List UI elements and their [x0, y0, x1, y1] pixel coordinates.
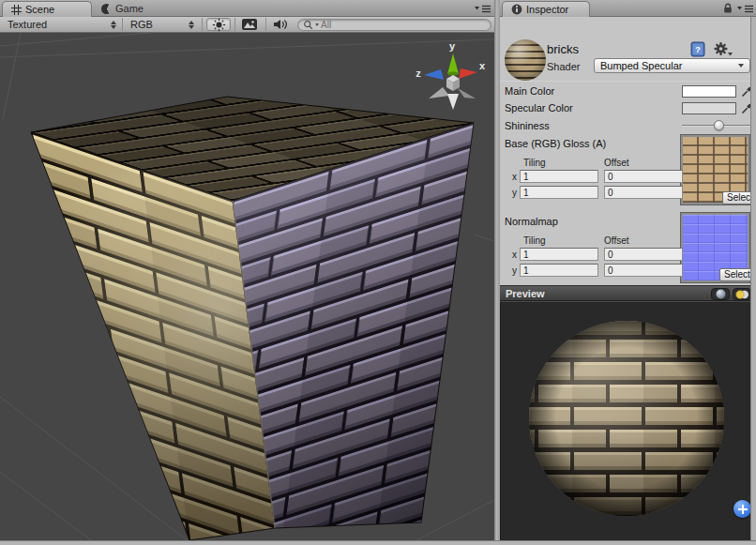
- add-button[interactable]: [733, 500, 751, 518]
- lighting-toggle-icon: [735, 290, 749, 299]
- speaker-icon: [273, 19, 289, 30]
- axis-cone-negy[interactable]: [447, 94, 459, 110]
- normal-offset-header: Offset: [604, 235, 629, 246]
- base-tiling-y-field[interactable]: [520, 186, 598, 199]
- inspector-pane: Inspector bricks Shader Bumped Specular …: [500, 0, 756, 545]
- main-color-label: Main Color: [505, 85, 554, 97]
- normal-tiling-y-field[interactable]: [520, 264, 598, 277]
- preview-title: Preview: [506, 288, 545, 299]
- help-button[interactable]: ?: [690, 41, 706, 57]
- normal-tiling-header: Tiling: [523, 235, 546, 246]
- gizmo-label-z: z: [416, 68, 421, 79]
- material-preview-ball: [505, 39, 546, 81]
- color-mode-dropdown[interactable]: RGB: [130, 17, 194, 32]
- scene-toolbar: Textured RGB: [0, 17, 494, 33]
- image-icon: [242, 19, 257, 30]
- game-icon: [101, 4, 112, 14]
- window-right-edge: [750, 17, 756, 540]
- inspector-panel-menu-icon[interactable]: [737, 5, 753, 13]
- gizmo-label-y: y: [449, 40, 456, 52]
- specular-color-label: Specular Color: [505, 102, 573, 114]
- scene-viewport[interactable]: y z x: [0, 33, 494, 540]
- search-input[interactable]: [321, 20, 471, 30]
- scene-tabbar: Scene Game: [0, 0, 494, 17]
- axis-cone-negz[interactable]: [458, 88, 476, 98]
- preview-lighting-button[interactable]: [733, 288, 751, 300]
- base-y-label: y: [512, 188, 517, 198]
- unity-editor-window: Scene Game Textured RGB: [0, 0, 756, 545]
- normalmap-label: Normalmap: [505, 216, 558, 227]
- shininess-knob[interactable]: [714, 120, 724, 130]
- tab-inspector[interactable]: Inspector: [502, 1, 590, 17]
- gizmo-cube[interactable]: [446, 75, 460, 91]
- specular-color-swatch[interactable]: [682, 102, 736, 114]
- material-name: bricks: [547, 42, 579, 56]
- tab-inspector-label: Inspector: [526, 4, 568, 15]
- normal-offset-y-field[interactable]: [604, 264, 683, 277]
- normal-tiling-x-field[interactable]: [520, 248, 598, 261]
- scene-pane: Scene Game Textured RGB: [0, 0, 494, 545]
- gear-button[interactable]: [714, 41, 733, 57]
- normal-y-label: y: [512, 265, 517, 276]
- tab-game-label: Game: [115, 3, 144, 14]
- normal-offset-x-field[interactable]: [604, 248, 683, 261]
- grid-icon: [11, 5, 22, 15]
- axis-cone-negx[interactable]: [429, 87, 449, 98]
- base-tiling-x-field[interactable]: [520, 170, 598, 183]
- search-icon: [303, 20, 313, 30]
- info-icon: [511, 4, 522, 15]
- color-mode-value: RGB: [130, 19, 153, 30]
- scene-search-field[interactable]: [297, 19, 491, 31]
- axis-cone-y[interactable]: [447, 53, 459, 74]
- window-bottom-edge: [0, 540, 756, 545]
- tab-scene[interactable]: Scene: [2, 1, 92, 17]
- axis-cone-x[interactable]: [459, 68, 477, 79]
- gizmo-label-x: x: [479, 60, 486, 71]
- sphere-icon: [716, 289, 726, 299]
- tab-game[interactable]: Game: [101, 1, 144, 16]
- brick-cube[interactable]: [31, 97, 474, 540]
- axis-gizmo[interactable]: y z x: [416, 40, 486, 110]
- base-x-label: x: [512, 172, 517, 182]
- shininess-slider[interactable]: [682, 119, 751, 132]
- render-mode-value: Textured: [8, 19, 47, 30]
- preview-body[interactable]: [500, 302, 750, 540]
- inspector-body: bricks Shader Bumped Specular ?: [500, 17, 750, 285]
- normal-x-label: x: [512, 250, 517, 260]
- svg-text:?: ?: [695, 45, 701, 54]
- base-offset-y-field[interactable]: [604, 186, 683, 199]
- updown-arrow-icon: [189, 21, 194, 29]
- base-offset-x-field[interactable]: [604, 170, 683, 183]
- preview-sphere: [501, 302, 751, 540]
- chevron-down-icon: [738, 64, 744, 68]
- render-mode-dropdown[interactable]: Textured: [8, 17, 116, 32]
- base-offset-header: Offset: [604, 158, 629, 168]
- updown-arrow-icon: [111, 21, 116, 29]
- scene-lighting-toggle[interactable]: [206, 18, 231, 31]
- axis-cone-z[interactable]: [424, 69, 444, 80]
- shininess-label: Shininess: [505, 120, 550, 131]
- search-filter-arrow-icon[interactable]: [315, 23, 319, 26]
- sun-icon: [212, 18, 226, 32]
- inspector-tabbar: Inspector: [500, 0, 756, 17]
- scene-panel-menu-icon[interactable]: [475, 5, 491, 13]
- gear-menu-arrow-icon: [728, 53, 733, 56]
- main-color-swatch[interactable]: [682, 85, 736, 98]
- lock-icon[interactable]: [723, 3, 733, 14]
- scene-skybox-toggle[interactable]: [236, 18, 263, 31]
- base-texture-label: Base (RGB) Gloss (A): [505, 138, 606, 149]
- tab-scene-label: Scene: [25, 4, 54, 15]
- scene-audio-toggle[interactable]: [267, 18, 294, 31]
- preview-mesh-button[interactable]: [711, 288, 730, 300]
- shader-label: Shader: [547, 61, 580, 72]
- shader-value: Bumped Specular: [600, 60, 682, 71]
- preview-header[interactable]: Preview: [500, 285, 750, 301]
- base-tiling-header: Tiling: [523, 158, 546, 168]
- shader-dropdown[interactable]: Bumped Specular: [594, 58, 750, 73]
